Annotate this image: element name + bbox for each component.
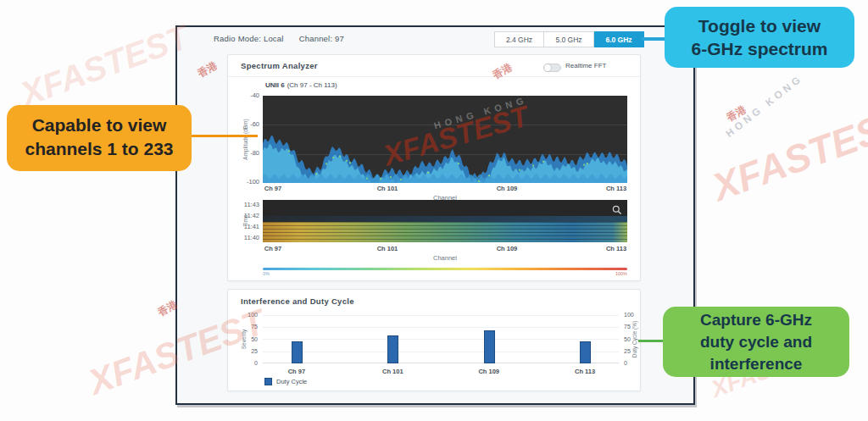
- duty-category-label: Ch 113: [564, 368, 606, 375]
- duty-bar-ch-97: [292, 341, 303, 363]
- color-scale-min-label: 0%: [263, 271, 270, 276]
- watermark-hongkong: HONG KONG: [723, 72, 804, 140]
- duty-category-label: Ch 101: [371, 368, 414, 375]
- duty-bar-ch-113: [580, 341, 591, 363]
- watermark-xfastest: XFASTEST: [16, 18, 194, 114]
- callout-connector-channels: [190, 135, 258, 137]
- duty-gridline: [263, 327, 619, 328]
- duty-ytick-left: 100: [236, 312, 258, 319]
- duty-ytick-left: 75: [236, 324, 258, 330]
- waterfall-xtick: Ch 101: [369, 246, 406, 252]
- fft-speck: [349, 162, 351, 163]
- waterfall-activity-band: [263, 222, 627, 242]
- fft-speck: [458, 163, 459, 164]
- watermark-xfastest: XFASTEST: [706, 98, 868, 210]
- duty-ytick-right: 75: [624, 324, 646, 330]
- band-selector: 2.4 GHz 5.0 GHz 6.0 GHz: [494, 31, 644, 47]
- duty-xlabels: Ch 97Ch 101Ch 109Ch 113: [263, 368, 619, 376]
- color-scale-max-label: 100%: [605, 271, 627, 276]
- fft-speck: [583, 164, 585, 166]
- duty-gridline: [263, 339, 619, 340]
- duty-ytick-left: 50: [236, 336, 258, 343]
- duty-ytick-right: 100: [624, 312, 646, 319]
- spectrum-card-title: Spectrum Analyzer: [241, 61, 318, 70]
- duty-baseline: [263, 363, 619, 363]
- callout-capable-channels: Capable to view channels 1 to 233: [7, 105, 192, 171]
- callout-line: duty cycle and: [663, 331, 849, 353]
- channel-label: Channel: 97: [299, 34, 344, 43]
- callout-connector-toggle: [642, 37, 666, 41]
- fft-xtick: Ch 97: [254, 186, 292, 192]
- fft-speck: [542, 161, 544, 163]
- band-button-6-0ghz[interactable]: 6.0 GHz: [594, 31, 644, 47]
- radio-status: Radio Mode: LocalChannel: 97: [214, 34, 359, 43]
- fft-spectrum-plot[interactable]: HONG KONG XFASTEST: [263, 96, 627, 183]
- fft-speck: [315, 173, 317, 174]
- realtime-fft-toggle[interactable]: [543, 64, 561, 72]
- waterfall-zoom-icon[interactable]: [612, 203, 622, 213]
- duty-ytick-right: 25: [624, 348, 646, 355]
- callout-line: Toggle to view: [665, 14, 854, 37]
- fft-speck: [332, 157, 334, 158]
- waterfall-x-axis-label: Channel: [403, 254, 487, 262]
- fft-y-axis-label: Amplitude (dBm): [242, 106, 248, 174]
- fft-ytick: -60: [237, 121, 259, 128]
- duty-bar-ch-109: [484, 330, 495, 363]
- unii-band-range: (Ch 97 - Ch 113): [287, 81, 337, 89]
- unii-band-name: UNII 6: [265, 81, 285, 89]
- radio-mode-label: Radio Mode: Local: [214, 34, 284, 43]
- fft-speck: [488, 174, 490, 176]
- fft-ytick: -80: [237, 150, 259, 157]
- fft-speck: [288, 150, 290, 152]
- spectrogram-waterfall-plot[interactable]: [263, 200, 627, 242]
- toggle-knob: [543, 64, 552, 72]
- fft-speck: [532, 165, 534, 167]
- band-button-2-4ghz[interactable]: 2.4 GHz: [494, 31, 544, 47]
- duty-legend-label: Duty Cycle: [276, 378, 307, 385]
- waterfall-ytick: 11:41: [237, 224, 259, 230]
- amplitude-color-scale: [263, 268, 627, 270]
- watermark-cn: 香港: [724, 102, 748, 125]
- waterfall-xtick: Ch 97: [254, 246, 292, 252]
- callout-capture-duty: Capture 6-GHz duty cycle and interferenc…: [663, 307, 849, 377]
- fft-speck: [587, 163, 588, 164]
- fft-xtick: Ch 101: [369, 186, 406, 192]
- duty-legend-swatch: [264, 378, 272, 385]
- fft-xtick: Ch 109: [488, 186, 526, 192]
- duty-bar-ch-101: [387, 335, 398, 363]
- unii-band-label: UNII 6(Ch 97 - Ch 113): [265, 81, 337, 89]
- fft-speck: [390, 176, 392, 178]
- fft-speck: [366, 178, 368, 180]
- fft-ytick: -100: [237, 179, 259, 186]
- waterfall-ytick: 11:42: [237, 213, 259, 219]
- callout-line: interference: [663, 353, 849, 375]
- duty-gridline: [263, 352, 619, 352]
- fft-speck: [427, 172, 429, 174]
- callout-line: channels 1 to 233: [7, 137, 192, 161]
- fft-speck: [400, 179, 402, 180]
- duty-gridline: [263, 315, 619, 316]
- waterfall-faint-streaks: [263, 216, 627, 222]
- callout-line: Capable to view: [7, 114, 192, 137]
- duty-plot: [263, 315, 619, 363]
- callout-connector-capture: [638, 340, 665, 342]
- duty-ytick-right: 0: [624, 360, 646, 367]
- band-button-5-0ghz[interactable]: 5.0 GHz: [544, 31, 594, 47]
- duty-ytick-left: 0: [236, 360, 258, 367]
- fft-xtick: Ch 113: [598, 186, 635, 192]
- callout-line: Capture 6-GHz: [663, 309, 849, 331]
- waterfall-ytick: 11:40: [237, 235, 259, 241]
- card-divider: [228, 76, 640, 77]
- duty-card-title: Interference and Duty Cycle: [241, 296, 354, 306]
- fft-speck: [380, 178, 381, 180]
- callout-line: 6-GHz spectrum: [665, 37, 854, 60]
- fft-ytick: -40: [237, 92, 259, 99]
- fft-speck: [478, 180, 480, 182]
- fft-speck: [519, 169, 520, 171]
- fft-speck: [326, 163, 327, 164]
- callout-toggle-to-view: Toggle to view 6-GHz spectrum: [665, 7, 854, 68]
- duty-legend: Duty Cycle: [264, 378, 307, 385]
- realtime-fft-label: Realtime FFT: [565, 62, 606, 69]
- waterfall-xtick: Ch 113: [598, 246, 635, 252]
- duty-ytick-left: 25: [236, 348, 258, 355]
